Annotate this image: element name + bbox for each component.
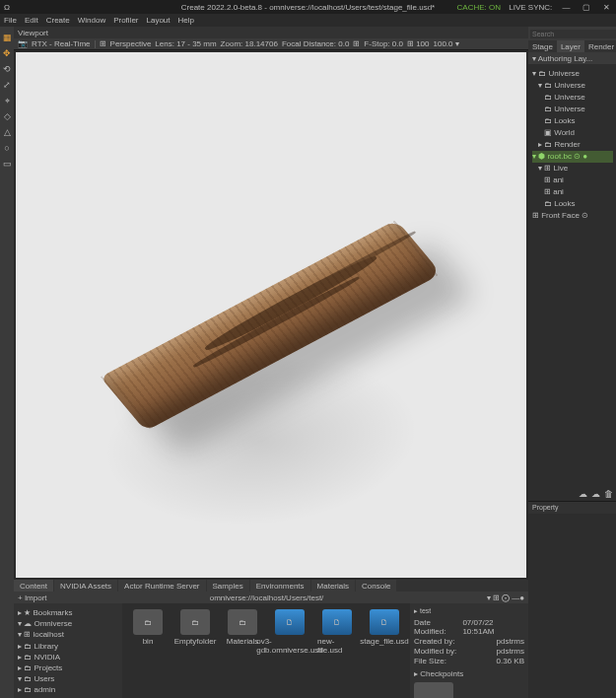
minimize-button[interactable]: —	[561, 3, 573, 12]
tab-environments[interactable]: Environments	[250, 580, 310, 593]
draw-mode-icon[interactable]: ⊞	[100, 39, 106, 48]
cloud-sync-icon[interactable]: ☁	[591, 489, 600, 499]
tab-nvidia-assets[interactable]: NVIDIA Assets	[54, 580, 117, 593]
focal-distance[interactable]: Focal Distance: 0.0	[282, 39, 349, 48]
camera-icon[interactable]: 📷	[18, 39, 28, 48]
tab-actor-runtime[interactable]: Actor Runtime Server	[118, 580, 205, 593]
rotate-tool-icon[interactable]: ⟲	[0, 62, 14, 76]
resolution-value[interactable]: ⊞ 100	[407, 39, 430, 48]
tab-console[interactable]: Console	[356, 580, 396, 593]
layer-tree-item[interactable]: 🗀 Looks	[532, 198, 613, 210]
file-thumb[interactable]: 🗀Emptyfolder	[175, 609, 215, 692]
tool-a-icon[interactable]: ◇	[0, 109, 14, 123]
tab-stage[interactable]: Stage	[528, 40, 557, 52]
menu-create[interactable]: Create	[46, 16, 70, 25]
tree-admin[interactable]: ▸ 🗀 admin	[18, 684, 118, 695]
file-label: stage_file.usd	[360, 637, 408, 646]
camera-type[interactable]: Perspective	[110, 39, 152, 48]
layer-tree-item[interactable]: ▾ ⬢ root.bc ⊙ ●	[532, 151, 613, 163]
cache-status: CACHE: ON	[457, 3, 501, 12]
tree-nvidia[interactable]: ▸ 🗀 NVIDIA	[18, 652, 118, 663]
maximize-button[interactable]: ▢	[581, 3, 592, 12]
app-logo: Ω	[4, 3, 10, 12]
file-label: Emptyfolder	[174, 637, 217, 646]
menu-layout[interactable]: Layout	[147, 16, 171, 25]
tree-localhost[interactable]: ▾ ⊞ localhost	[18, 629, 118, 640]
file-tree[interactable]: ▸ ★ Bookmarks ▾ ☁ Omniverse ▾ ⊞ localhos…	[14, 603, 122, 698]
move-tool-icon[interactable]: ✥	[0, 46, 14, 60]
file-thumb[interactable]: 🗀bin	[128, 609, 168, 692]
file-thumb[interactable]: 🗋ov3-gdb.omniverse.usd	[270, 609, 309, 692]
breadcrumb[interactable]: omniverse://localhost/Users/test/	[210, 593, 324, 602]
tree-projects[interactable]: ▸ 🗀 Projects	[18, 663, 118, 673]
tool-b-icon[interactable]: △	[0, 125, 14, 139]
layer-tree-item[interactable]: ▣ World	[532, 127, 613, 139]
viewport-tab[interactable]: Viewport	[14, 27, 528, 38]
menu-edit[interactable]: Edit	[25, 16, 38, 25]
snap-tool-icon[interactable]: ⌖	[0, 94, 14, 107]
tool-sidebar: ▦ ✥ ⟲ ⤢ ⌖ ◇ △ ○ ▭	[0, 27, 14, 698]
viewport[interactable]	[16, 52, 526, 578]
file-label: bin	[143, 637, 154, 646]
trash-icon[interactable]: 🗑	[604, 489, 613, 499]
property-panel-header[interactable]: Property	[528, 502, 616, 514]
layer-tree-item[interactable]: 🗀 Universe	[532, 104, 613, 115]
right-panel: ⚙ ⊞ Stage Layer Render Settin... ▾ Autho…	[528, 27, 616, 698]
layer-tree-item[interactable]: ▾ 🗀 Universe	[532, 68, 613, 80]
tab-render-settings[interactable]: Render Settin...	[584, 40, 616, 52]
thumbnail-grid: 🗀bin🗀Emptyfolder🗀Materials🗋ov3-gdb.omniv…	[122, 603, 410, 698]
file-label: new-file.usd	[317, 637, 357, 655]
cloud-icon[interactable]: ☁	[579, 489, 587, 499]
detail-name[interactable]: ▸ test	[414, 607, 524, 615]
tab-layer[interactable]: Layer	[557, 40, 584, 52]
file-thumb[interactable]: 🗋new-file.usd	[317, 609, 357, 692]
file-details: ▸ test Date Modified:07/07/22 10:51AM Cr…	[410, 603, 528, 698]
tool-c-icon[interactable]: ○	[0, 141, 14, 155]
layer-tree-item[interactable]: 🗀 Universe	[532, 92, 613, 104]
layer-tree-item[interactable]: ▾ ⊞ Live	[532, 163, 613, 174]
menu-file[interactable]: File	[4, 16, 17, 25]
scale-tool-icon[interactable]: ⤢	[0, 78, 14, 92]
tab-materials[interactable]: Materials	[311, 580, 355, 593]
bottom-tabs: Content NVIDIA Assets Actor Runtime Serv…	[14, 580, 528, 592]
menu-window[interactable]: Window	[78, 16, 105, 25]
layer-tree-item[interactable]: ▸ 🗀 Render	[532, 139, 613, 151]
tab-samples[interactable]: Samples	[207, 580, 249, 593]
tab-content[interactable]: Content	[14, 580, 53, 593]
layer-tree-item[interactable]: 🗀 Looks	[532, 115, 613, 127]
viewport-toolbar: 📷 RTX - Real-Time ⊞ Perspective Lens: 17…	[14, 38, 528, 50]
path-options[interactable]: ▾ ⊞ ⨀ —●	[487, 593, 525, 602]
usd-file-icon: 🗋	[275, 609, 305, 635]
layer-tree-item[interactable]: ⊞ Front Face ⊙	[532, 210, 613, 222]
detail-checkpoints[interactable]: ▸ Checkpoints	[414, 669, 524, 678]
layer-tree-item[interactable]: ⊞ ani	[532, 174, 613, 186]
layer-tree-item[interactable]: ▾ 🗀 Universe	[532, 80, 613, 92]
import-button[interactable]: + Import	[18, 593, 47, 602]
select-tool-icon[interactable]: ▦	[0, 31, 14, 44]
usd-file-icon: 🗋	[370, 609, 399, 635]
tree-library[interactable]: ▸ 🗀 Library	[18, 641, 118, 652]
file-thumb[interactable]: 🗋stage_file.usd	[365, 609, 404, 692]
res-icon[interactable]: ⊞	[353, 39, 360, 48]
menu-profiler[interactable]: Profiler	[113, 16, 138, 25]
resolution-scale[interactable]: 100.0 ▾	[434, 39, 459, 48]
layer-tree[interactable]: ▾ 🗀 Universe▾ 🗀 Universe🗀 Universe🗀 Univ…	[528, 64, 616, 487]
live-sync-toggle[interactable]: LIVE SYNC:	[509, 3, 552, 12]
render-mode[interactable]: RTX - Real-Time	[32, 39, 91, 48]
file-label: ov3-gdb.omniverse.usd	[256, 637, 323, 655]
authoring-layer-header[interactable]: ▾ Authoring Lay...	[532, 54, 592, 63]
checkpoint-thumb	[414, 682, 453, 698]
app-title: Create 2022.2.0-beta.8 - omniverse://loc…	[181, 3, 435, 12]
zoom-value[interactable]: Zoom: 18.14706	[221, 39, 278, 48]
tool-d-icon[interactable]: ▭	[0, 157, 14, 171]
menu-help[interactable]: Help	[178, 16, 194, 25]
search-input[interactable]	[530, 30, 616, 38]
fstop-value[interactable]: F-Stop: 0.0	[364, 39, 403, 48]
close-button[interactable]: ✕	[600, 3, 612, 12]
path-bar: + Import omniverse://localhost/Users/tes…	[14, 592, 528, 603]
tree-bookmarks[interactable]: ▸ ★ Bookmarks	[18, 607, 118, 618]
tree-users[interactable]: ▾ 🗀 Users	[18, 673, 118, 684]
layer-tree-item[interactable]: ⊞ ani	[532, 186, 613, 198]
lens-value[interactable]: Lens: 17 - 35 mm	[155, 39, 216, 48]
tree-omniverse[interactable]: ▾ ☁ Omniverse	[18, 618, 118, 629]
